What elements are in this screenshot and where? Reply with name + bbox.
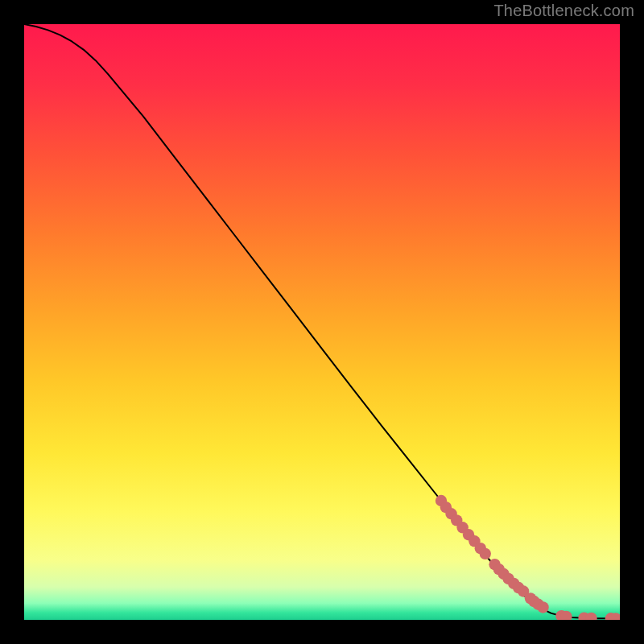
gradient-background xyxy=(24,24,620,620)
chart-frame: TheBottleneck.com xyxy=(0,0,644,644)
marker-point xyxy=(537,601,548,613)
plot-area xyxy=(24,24,620,620)
marker-point xyxy=(480,548,491,559)
attribution-label: TheBottleneck.com xyxy=(493,2,634,20)
plot-svg xyxy=(24,24,620,620)
